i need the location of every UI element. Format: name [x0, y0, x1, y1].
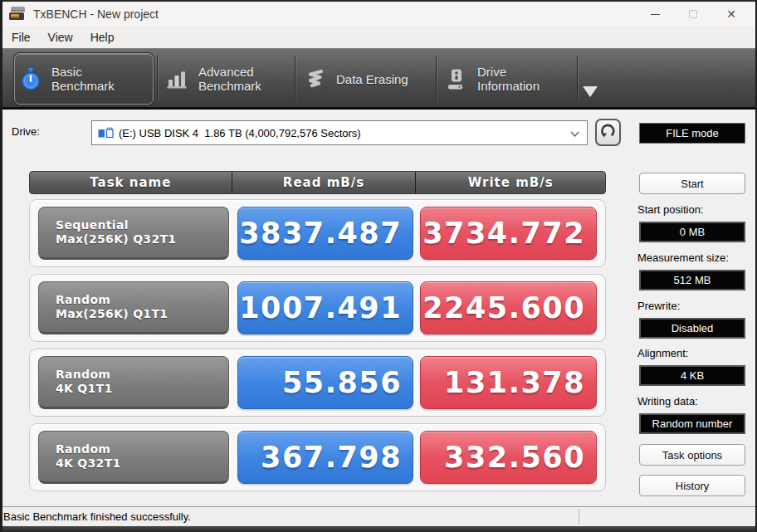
- more-tabs-arrow-icon[interactable]: [583, 86, 598, 97]
- toolbar-separator: [157, 56, 159, 101]
- task-button-sequential-q32t1[interactable]: Sequential Max(256K) Q32T1: [38, 207, 229, 260]
- window-border: [0, 0, 2, 532]
- task-label: Max(256K) Q1T1: [56, 307, 228, 321]
- alignment-label: Alignment:: [637, 347, 688, 359]
- task-label: Max(256K) Q32T1: [56, 232, 228, 246]
- file-mode-button[interactable]: FILE mode: [639, 123, 745, 144]
- drive-label: Drive:: [12, 125, 40, 138]
- start-position-label: Start position:: [637, 203, 704, 216]
- prewrite-label: Prewrite:: [637, 300, 680, 312]
- close-icon: ✕: [726, 8, 736, 20]
- eraser-squiggle-icon: [300, 68, 331, 90]
- refresh-icon: [600, 123, 616, 142]
- read-value: 367.798: [237, 431, 413, 484]
- read-value: 55.856: [237, 356, 413, 409]
- status-bar-divider: [579, 509, 579, 525]
- toolbar: Basic Benchmark Advanced Benchmark: [2, 48, 755, 110]
- tab-label: Advanced: [198, 65, 261, 79]
- alignment-value: 4 KB: [639, 365, 745, 386]
- table-row: Random 4K Q32T1 367.798 332.560: [29, 423, 606, 491]
- column-header-read: Read mB/s: [232, 172, 416, 193]
- results-table-header: Task name Read mB/s Write mB/s: [29, 171, 606, 194]
- write-value: 332.560: [420, 431, 597, 484]
- task-label: Random: [56, 293, 228, 307]
- task-label: Random: [56, 368, 228, 382]
- maximize-button[interactable]: [674, 2, 712, 27]
- prewrite-value: Disabled: [639, 318, 745, 339]
- menu-view[interactable]: View: [40, 28, 81, 46]
- window-border: [0, 0, 757, 2]
- toolbar-separator: [436, 56, 437, 101]
- write-value: 2245.600: [420, 281, 597, 334]
- toolbar-separator: [577, 56, 579, 101]
- drive-select[interactable]: (E:) USB DISK 4 1.86 TB (4,000,792,576 S…: [91, 120, 588, 145]
- write-value: 131.378: [420, 356, 597, 409]
- task-label: Random: [56, 442, 228, 456]
- writing-data-label: Writing data:: [637, 395, 698, 408]
- tab-label: Drive: [477, 65, 540, 79]
- window-controls: ✕: [636, 2, 750, 27]
- window-title: TxBENCH - New project: [33, 7, 159, 21]
- task-button-random-4k-q32t1[interactable]: Random 4K Q32T1: [38, 431, 229, 484]
- status-bar: Basic Benchmark finished successfully.: [0, 506, 757, 526]
- measurement-size-value: 512 MB: [639, 270, 745, 290]
- window-bottom-edge: [0, 526, 757, 532]
- maximize-icon: [689, 10, 697, 18]
- tab-label: Data Erasing: [336, 72, 408, 86]
- app-icon: [8, 6, 27, 22]
- chevron-down-icon: [569, 128, 580, 143]
- refresh-drives-button[interactable]: [595, 119, 621, 146]
- writing-data-value: Random number: [639, 413, 745, 434]
- task-button-random-4k-q1t1[interactable]: Random 4K Q1T1: [38, 356, 229, 409]
- menu-help[interactable]: Help: [82, 28, 123, 46]
- task-label: Sequential: [56, 218, 228, 232]
- task-options-button[interactable]: Task options: [639, 444, 745, 466]
- tab-advanced-benchmark[interactable]: Advanced Benchmark: [162, 53, 293, 105]
- removable-disk-icon: [98, 127, 114, 139]
- task-button-random-q1t1[interactable]: Random Max(256K) Q1T1: [38, 281, 229, 334]
- minimize-icon: [651, 14, 660, 15]
- table-row: Random 4K Q1T1 55.856 131.378: [29, 349, 606, 417]
- history-button[interactable]: History: [639, 475, 745, 496]
- write-value: 3734.772: [420, 207, 597, 260]
- tab-drive-information[interactable]: Drive Information: [441, 53, 574, 105]
- tab-label: Benchmark: [198, 79, 261, 93]
- bar-chart-icon: [162, 69, 193, 89]
- start-button[interactable]: Start: [639, 173, 745, 194]
- title-bar: TxBENCH - New project ✕: [2, 2, 755, 27]
- start-position-value: 0 MB: [639, 222, 745, 242]
- task-label: 4K Q32T1: [56, 456, 228, 471]
- measurement-size-label: Measurement size:: [637, 251, 729, 264]
- app-window: TxBENCH - New project ✕ File View Help: [0, 0, 757, 532]
- column-header-task-name: Task name: [30, 172, 232, 193]
- tab-basic-benchmark[interactable]: Basic Benchmark: [14, 53, 154, 105]
- tab-label: Information: [477, 79, 540, 93]
- minimize-button[interactable]: [636, 2, 674, 27]
- tab-label: Basic: [51, 65, 115, 79]
- tab-label: Benchmark: [51, 79, 115, 93]
- table-row: Random Max(256K) Q1T1 1007.491 2245.600: [29, 274, 606, 342]
- table-row: Sequential Max(256K) Q32T1 3837.487 3734…: [29, 199, 606, 267]
- menu-file[interactable]: File: [3, 28, 39, 46]
- stopwatch-icon: [15, 67, 46, 90]
- tab-data-erasing[interactable]: Data Erasing: [300, 53, 432, 105]
- read-value: 3837.487: [237, 207, 413, 260]
- menu-bar: File View Help: [2, 27, 755, 48]
- drive-icon: [441, 68, 472, 90]
- toolbar-separator: [295, 56, 296, 101]
- column-header-write: Write mB/s: [415, 172, 605, 193]
- close-button[interactable]: ✕: [712, 2, 750, 27]
- status-message: Basic Benchmark finished successfully.: [3, 510, 191, 523]
- task-label: 4K Q1T1: [56, 382, 228, 396]
- drive-selected-value: (E:) USB DISK 4 1.86 TB (4,000,792,576 S…: [119, 127, 361, 139]
- read-value: 1007.491: [237, 281, 413, 334]
